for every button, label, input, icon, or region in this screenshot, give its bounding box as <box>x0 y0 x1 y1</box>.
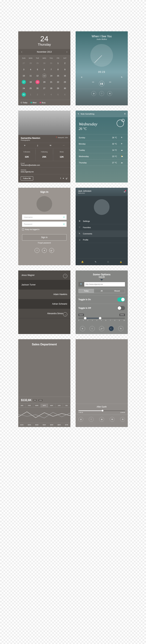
contact-row[interactable]: Jesus Wagner⌃ <box>18 270 70 280</box>
gplus-icon[interactable]: g⁺ <box>66 177 68 180</box>
calendar-day[interactable]: 8 <box>55 66 61 72</box>
keep-logged-checkbox[interactable]: Keep me logged in <box>18 228 70 230</box>
mail-icon[interactable]: ✉ <box>124 191 125 193</box>
repeat-icon[interactable]: ↻ <box>121 76 123 78</box>
calendar-day[interactable]: 7 <box>48 66 55 72</box>
calendar-day[interactable]: 23 <box>62 79 68 85</box>
bell-icon[interactable]: 🔔 <box>81 261 84 263</box>
play-pause-button[interactable]: ❚❚ <box>99 81 105 86</box>
month-tab[interactable]: APR <box>41 404 48 407</box>
chat-icon[interactable]: ✉ <box>50 144 51 147</box>
segment-control[interactable]: TodayAllMissed <box>78 289 125 293</box>
calendar-day[interactable]: 4 <box>27 66 34 72</box>
note-placeholder[interactable]: Note Something <box>81 113 94 115</box>
calendar-day[interactable]: 3 <box>41 92 48 98</box>
follow-button[interactable]: Follow Me <box>21 176 33 180</box>
calendar-day[interactable]: 26 <box>34 85 41 92</box>
like-icon[interactable]: ♡ <box>99 91 104 96</box>
view-all-link[interactable]: View All <box>76 276 128 278</box>
calendar-day[interactable]: 30 <box>41 60 48 66</box>
wifi-icon[interactable]: ⌇ <box>90 326 95 331</box>
explore-icon[interactable]: ⊘ <box>91 91 96 96</box>
like-icon[interactable]: ♡ <box>89 417 94 422</box>
calendar-day[interactable]: 5 <box>34 66 41 72</box>
more-icon[interactable]: ⋯ <box>63 144 65 147</box>
share-icon[interactable]: ⟲ <box>107 91 112 96</box>
scroll-up-icon[interactable]: ⌃ <box>63 274 67 278</box>
contact-row[interactable]: Adrian Schwartz <box>18 299 70 309</box>
shuffle-icon[interactable]: ⤨ <box>81 76 82 78</box>
month-tabs[interactable]: JANFEBMARAPRMAYJUNJUL <box>18 404 70 407</box>
calendar-day[interactable]: 10 <box>20 72 27 79</box>
rotate-icon[interactable]: ↻ <box>118 326 123 331</box>
calendar-day[interactable]: 27 <box>41 85 48 92</box>
next-track-icon[interactable]: ▹▹ <box>109 81 111 86</box>
calendar-day[interactable]: 2 <box>34 92 41 98</box>
drawer-item[interactable]: ✎Comments <box>76 230 128 237</box>
calendar-day[interactable]: 11 <box>27 72 34 79</box>
explore-icon[interactable]: ⊘ <box>78 417 83 422</box>
forecast-row[interactable]: Wednesday23 °C⛅ <box>76 153 128 160</box>
segment-tab[interactable]: Missed <box>109 289 125 293</box>
calendar-day[interactable]: 1 <box>55 60 61 66</box>
progress-knob[interactable] <box>90 44 113 67</box>
calendar-day[interactable]: 6 <box>41 66 48 72</box>
facebook-icon[interactable]: f <box>35 248 39 253</box>
password-input[interactable]: Password☑ <box>22 222 67 227</box>
calendar-day[interactable]: 19 <box>34 79 41 85</box>
calendar-day[interactable]: 25 <box>27 85 34 92</box>
facebook-icon[interactable]: f <box>60 177 61 180</box>
signin-button[interactable]: Sign in <box>22 234 67 240</box>
progress-bar[interactable]: 1:05:322:00:00 <box>76 410 128 415</box>
range-slider[interactable]: $100$700 012345678910 <box>76 312 128 324</box>
prev-track-icon[interactable]: ◃◃ <box>92 81 94 86</box>
month-tab[interactable]: FEB <box>26 404 33 407</box>
forecast-row[interactable]: Sunday26 °C☀ <box>76 134 128 141</box>
month-tab[interactable]: JUN <box>55 404 63 407</box>
toggle-switch[interactable] <box>117 298 125 302</box>
prev-month-icon[interactable]: ‹ <box>21 51 22 53</box>
segment-tab[interactable]: All <box>94 289 110 293</box>
calendar-day[interactable]: 31 <box>20 92 27 98</box>
calendar-day[interactable]: 29 <box>55 85 61 92</box>
month-tab[interactable]: JAN <box>18 404 26 407</box>
calendar-day[interactable]: 31 <box>48 60 55 66</box>
forgot-link[interactable]: Forgot password <box>18 242 70 244</box>
device-icon[interactable]: ▯ <box>37 144 38 147</box>
gplus-icon[interactable]: g⁺ <box>49 248 54 253</box>
calendar-day[interactable]: 27 <box>20 60 27 66</box>
twitter-icon[interactable]: ✦ <box>42 248 47 253</box>
equalizer-icon[interactable]: ⎍ <box>107 261 109 263</box>
calendar-day[interactable]: 21 <box>48 79 55 85</box>
compose-icon[interactable]: ✎ <box>95 261 97 263</box>
calendar-day[interactable]: 3 <box>20 66 27 72</box>
month-tab[interactable]: MAY <box>48 404 55 407</box>
calendar-day[interactable]: 5 <box>55 92 61 98</box>
calendar-day[interactable]: 12 <box>34 72 41 79</box>
dropdown-icon[interactable] <box>100 279 103 280</box>
contact-row[interactable]: Alexandra Simon⌄ <box>18 309 70 318</box>
forecast-row[interactable]: Tusday14 °C☁ <box>76 147 128 153</box>
calendar-day[interactable]: 13 <box>41 72 48 79</box>
calendar-day[interactable]: 17 <box>20 79 27 85</box>
month-label[interactable]: November 2013 <box>37 51 52 53</box>
calendar-day[interactable]: 2 <box>62 60 68 66</box>
note-icon[interactable]: ✎ <box>78 113 79 115</box>
calendar-day[interactable]: 6 <box>62 92 68 98</box>
month-tab[interactable]: JUL <box>63 404 70 407</box>
plane-icon[interactable]: ✈ <box>80 326 85 331</box>
username-input[interactable]: Username☑ <box>22 214 67 220</box>
toggle-switch[interactable] <box>117 306 125 310</box>
calendar-day[interactable]: 16 <box>62 72 68 79</box>
lock-icon[interactable]: 🔒 <box>120 261 122 263</box>
calendar-day[interactable]: 20 <box>41 79 48 85</box>
scroll-down-icon[interactable]: ⌄ <box>63 312 67 316</box>
calendar-day[interactable]: 14 <box>48 72 55 79</box>
drawer-item[interactable]: ♡Favorites <box>76 224 128 230</box>
calendar-day[interactable]: 18 <box>27 79 34 85</box>
segment-tab[interactable]: Today <box>79 289 94 293</box>
calendar-day[interactable]: 28 <box>48 85 55 92</box>
send-icon[interactable]: ✈ <box>24 144 25 147</box>
calendar-day[interactable]: 29 <box>34 60 41 66</box>
twitter-icon[interactable]: ✦ <box>63 177 64 180</box>
